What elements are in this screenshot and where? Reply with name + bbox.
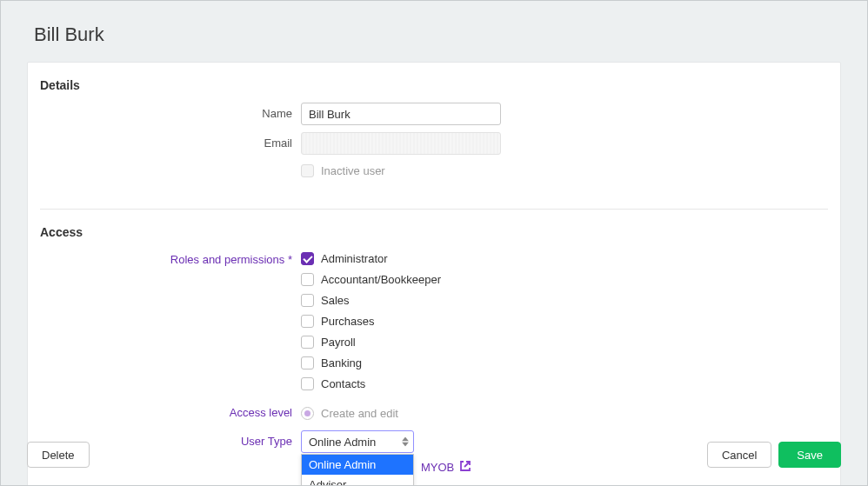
role-checkbox[interactable] [301,377,314,390]
role-checkbox[interactable] [301,294,314,307]
role-row[interactable]: Administrator [301,250,441,267]
role-checkbox[interactable] [301,356,314,369]
role-checkbox[interactable] [301,315,314,328]
user-type-option[interactable]: Online Admin [302,455,413,475]
role-label: Contacts [321,377,365,390]
section-title-details: Details [40,78,828,92]
role-row[interactable]: Payroll [301,333,441,350]
access-level-label: Access level [40,403,301,423]
role-row[interactable]: Banking [301,354,441,371]
details-card: Details Name Email Inactive user [27,62,841,486]
roles-list: AdministratorAccountant/BookkeeperSalesP… [301,250,441,396]
role-checkbox[interactable] [301,336,314,349]
role-label: Accountant/Bookkeeper [321,273,441,286]
email-input[interactable] [301,132,501,155]
role-row[interactable]: Sales [301,291,441,309]
details-section: Details Name Email Inactive user [40,75,828,202]
roles-label: Roles and permissions [40,250,301,270]
page-title: Bill Burk [1,1,867,62]
access-level-value: Create and edit [321,407,398,420]
section-divider [40,209,828,210]
footer-bar: Delete Cancel Save [1,428,867,485]
role-row[interactable]: Purchases [301,312,441,330]
role-label: Payroll [321,336,356,349]
inactive-user-label: Inactive user [321,164,385,177]
role-row[interactable]: Accountant/Bookkeeper [301,270,441,288]
email-label: Email [40,133,301,154]
role-label: Administrator [321,252,388,265]
access-level-radio [301,407,314,420]
role-label: Sales [321,294,350,307]
name-label: Name [40,103,301,124]
role-row[interactable]: Contacts [301,375,441,392]
inactive-user-checkbox [301,164,314,177]
role-label: Banking [321,356,362,369]
role-label: Purchases [321,315,374,328]
cancel-button[interactable]: Cancel [707,442,771,468]
save-button[interactable]: Save [778,442,841,468]
user-type-dropdown: Online AdminAdvisor [301,454,414,486]
delete-button[interactable]: Delete [27,442,90,468]
access-level-radio-row: Create and edit [301,407,398,420]
name-input[interactable] [301,103,501,125]
section-title-access: Access [40,225,828,239]
role-checkbox[interactable] [301,273,314,286]
role-checkbox[interactable] [301,252,314,265]
inactive-user-checkbox-row: Inactive user [301,162,385,179]
user-type-option[interactable]: Advisor [302,475,413,486]
